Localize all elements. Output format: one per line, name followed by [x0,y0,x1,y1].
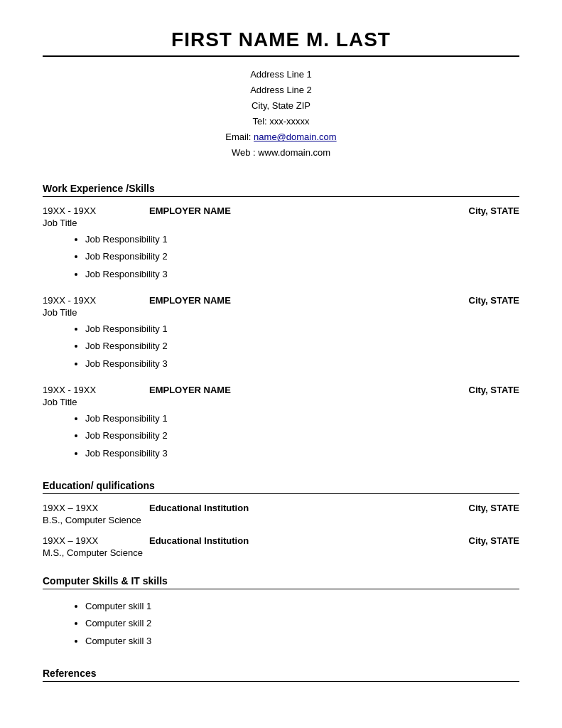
job-entry: 19XX - 19XXEMPLOYER NAMECity, STATEJob T… [43,205,519,284]
job-location: City, STATE [469,205,520,216]
address-line2: Address Line 2 [43,82,519,98]
responsibility-item: Job Responsibility 1 [85,231,519,249]
skill-item: Computer skill 3 [85,633,519,651]
responsibilities-list: Job Responsibility 1Job Responsibility 2… [43,410,519,463]
web: Web : www.domain.com [43,145,519,161]
edu-degree: B.S., Computer Science [43,515,519,525]
tel: Tel: xxx-xxxxx [43,114,519,129]
job-entry: 19XX - 19XXEMPLOYER NAMECity, STATEJob T… [43,385,519,463]
job-title: Job Title [43,397,519,407]
city-state-zip: City, State ZIP [43,98,519,114]
job-location: City, STATE [469,295,520,306]
responsibility-item: Job Responsibility 1 [85,321,519,338]
contact-info: Address Line 1 Address Line 2 City, Stat… [43,67,519,161]
skill-item: Computer skill 2 [85,615,519,633]
job-employer: EMPLOYER NAME [149,295,231,306]
job-title: Job Title [43,307,519,318]
education-section-header: Education/ qulifications [43,480,519,494]
responsibility-item: Job Responsibility 2 [85,248,519,266]
edu-institution: Educational Institution [149,535,249,546]
job-employer: EMPLOYER NAME [149,385,231,395]
job-title: Job Title [43,218,519,228]
references-section-header: References [43,668,519,682]
responsibility-item: Job Responsibility 3 [85,266,519,284]
job-entry: 19XX - 19XXEMPLOYER NAMECity, STATEJob T… [43,295,519,373]
skill-item: Computer skill 1 [85,598,519,616]
edu-location: City, STATE [469,503,520,513]
responsibility-item: Job Responsibility 2 [85,427,519,445]
skills-section: Computer Skills & IT skills Computer ski… [43,575,519,651]
skills-section-header: Computer Skills & IT skills [43,575,519,589]
skills-list: Computer skill 1Computer skill 2Computer… [43,598,519,651]
edu-entry: 19XX – 19XXEducational InstitutionCity, … [43,535,519,558]
email-link[interactable]: name@domain.com [254,132,337,142]
responsibilities-list: Job Responsibility 1Job Responsibility 2… [43,321,519,373]
job-location: City, STATE [469,385,520,395]
edu-dates: 19XX – 19XX [43,535,121,546]
job-dates: 19XX - 19XX [43,205,121,216]
address-line1: Address Line 1 [43,67,519,82]
job-employer: EMPLOYER NAME [149,205,231,216]
jobs-list: 19XX - 19XXEMPLOYER NAMECity, STATEJob T… [43,205,519,463]
responsibilities-list: Job Responsibility 1Job Responsibility 2… [43,231,519,284]
responsibility-item: Job Responsibility 3 [85,445,519,463]
edu-location: City, STATE [469,535,520,546]
work-experience-section: Work Experience /Skills 19XX - 19XXEMPLO… [43,183,519,463]
email-label: Email: [225,132,254,142]
job-dates: 19XX - 19XX [43,295,121,306]
edu-degree: M.S., Computer Science [43,547,519,558]
edu-dates: 19XX – 19XX [43,503,121,513]
responsibility-item: Job Responsibility 1 [85,410,519,428]
edu-institution: Educational Institution [149,503,249,513]
job-dates: 19XX - 19XX [43,385,121,395]
email-line: Email: name@domain.com [43,129,519,145]
edu-entry: 19XX – 19XXEducational InstitutionCity, … [43,503,519,525]
education-section: Education/ qulifications 19XX – 19XXEduc… [43,480,519,558]
references-section: References [43,668,519,682]
responsibility-item: Job Responsibility 3 [85,355,519,373]
work-section-header: Work Experience /Skills [43,183,519,197]
responsibility-item: Job Responsibility 2 [85,338,519,355]
page-title: FIRST NAME M. LAST [43,28,519,57]
education-list: 19XX – 19XXEducational InstitutionCity, … [43,503,519,558]
